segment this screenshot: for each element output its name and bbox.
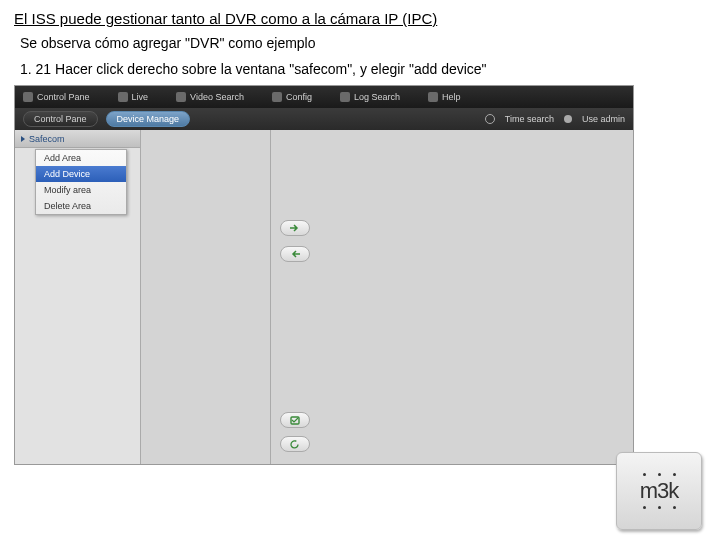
sub-menubar: Control Pane Device Manage Time search U… — [15, 108, 633, 130]
ctx-delete-area[interactable]: Delete Area — [36, 198, 126, 214]
submenu-right: Time search Use admin — [485, 114, 625, 124]
user-label[interactable]: Use admin — [582, 114, 625, 124]
menu-config[interactable]: Config — [272, 92, 312, 102]
menu-help[interactable]: Help — [428, 92, 461, 102]
remove-button[interactable] — [280, 246, 310, 262]
save-icon — [290, 416, 300, 425]
time-search-label[interactable]: Time search — [505, 114, 554, 124]
ctx-modify-area[interactable]: Modify area — [36, 182, 126, 198]
arrow-right-icon — [290, 224, 300, 232]
workspace: Safecom Add Area Add Device Modify area … — [15, 130, 633, 464]
menu-label: Video Search — [190, 92, 244, 102]
action-buttons — [271, 412, 319, 452]
menu-log-search[interactable]: Log Search — [340, 92, 400, 102]
submenu-left: Control Pane Device Manage — [23, 111, 190, 127]
menu-label: Control Pane — [37, 92, 90, 102]
doc-title: El ISS puede gestionar tanto al DVR como… — [14, 10, 720, 27]
chip-control-pane[interactable]: Control Pane — [23, 111, 98, 127]
right-list-panel — [319, 130, 633, 464]
panel-icon — [23, 92, 33, 102]
menu-label: Help — [442, 92, 461, 102]
brand-text: m3k — [640, 478, 679, 504]
ctx-add-device[interactable]: Add Device — [36, 166, 126, 182]
brand-logo: m3k — [616, 452, 702, 530]
arrow-left-icon — [290, 250, 300, 258]
menu-control-pane[interactable]: Control Pane — [23, 92, 90, 102]
menu-video-search[interactable]: Video Search — [176, 92, 244, 102]
context-menu: Add Area Add Device Modify area Delete A… — [35, 149, 127, 215]
clock-icon — [485, 114, 495, 124]
doc-subtitle: Se observa cómo agregar "DVR" como ejemp… — [20, 35, 720, 51]
menu-label: Live — [132, 92, 149, 102]
search-icon — [176, 92, 186, 102]
tree-node-safecom[interactable]: Safecom — [15, 130, 140, 148]
log-icon — [340, 92, 350, 102]
center-list-panel — [141, 130, 271, 464]
add-button[interactable] — [280, 220, 310, 236]
refresh-icon — [290, 440, 300, 449]
menu-label: Log Search — [354, 92, 400, 102]
doc-step: 1. 21 Hacer click derecho sobre la venta… — [20, 61, 720, 77]
ctx-add-area[interactable]: Add Area — [36, 150, 126, 166]
logo-dots-icon — [643, 506, 676, 509]
refresh-button[interactable] — [280, 436, 310, 452]
gear-icon — [272, 92, 282, 102]
transfer-buttons — [271, 130, 319, 464]
help-icon — [428, 92, 438, 102]
device-tree-panel: Safecom Add Area Add Device Modify area … — [15, 130, 141, 464]
app-window: Control Pane Live Video Search Config Lo… — [14, 85, 634, 465]
menu-live[interactable]: Live — [118, 92, 149, 102]
logo-dots-icon — [643, 473, 676, 476]
chip-device-manage[interactable]: Device Manage — [106, 111, 191, 127]
confirm-button[interactable] — [280, 412, 310, 428]
menu-label: Config — [286, 92, 312, 102]
user-icon — [564, 115, 572, 123]
main-menubar: Control Pane Live Video Search Config Lo… — [15, 86, 633, 108]
live-icon — [118, 92, 128, 102]
